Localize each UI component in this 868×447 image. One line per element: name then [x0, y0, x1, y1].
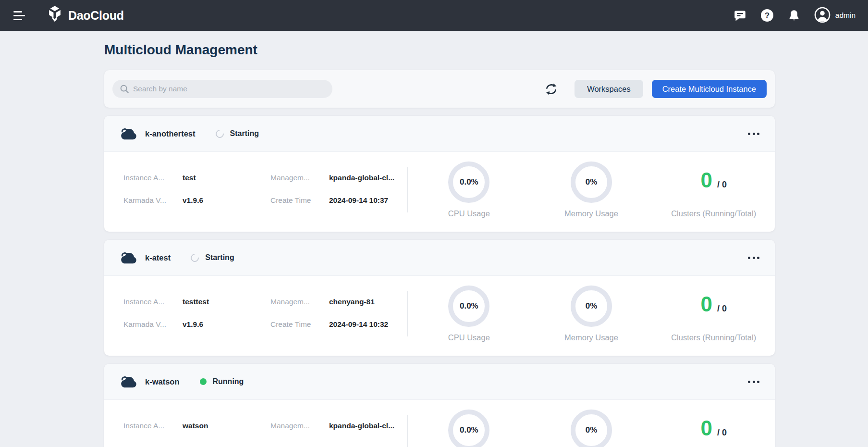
- field-label: Karmada V...: [123, 320, 183, 329]
- clusters-running-count: 0: [700, 418, 712, 439]
- clusters-running-count: 0: [700, 170, 712, 191]
- toolbar-panel: Workspaces Create Multicloud Instance: [104, 70, 775, 108]
- search-box: [112, 80, 332, 98]
- memory-usage-donut: 0%: [571, 286, 612, 327]
- starting-spinner-icon: [214, 128, 225, 139]
- instance-fields: Instance A... test Managem... kpanda-glo…: [123, 152, 407, 218]
- memory-usage-label: Memory Usage: [564, 333, 618, 342]
- memory-usage-metric: 0% Memory Usage: [530, 400, 653, 447]
- field-value: 2024-09-14 10:37: [329, 196, 407, 205]
- status-indicator: Running: [200, 377, 244, 386]
- chat-icon[interactable]: [734, 9, 746, 22]
- instance-card-body: Instance A... test Managem... kpanda-glo…: [104, 152, 775, 232]
- instance-card-header: k-watson Running: [104, 364, 775, 400]
- field-label: Instance A...: [123, 174, 183, 182]
- daocloud-logo: DaoCloud: [47, 5, 124, 25]
- brand-name: DaoCloud: [68, 9, 124, 23]
- field-label: Create Time: [270, 320, 329, 329]
- instance-card-header: k-anothertest Starting: [104, 116, 775, 152]
- clusters-total-count: / 0: [717, 304, 727, 314]
- memory-usage-metric: 0% Memory Usage: [530, 152, 653, 218]
- page-title: Multicloud Management: [104, 42, 775, 58]
- field-label: Karmada V...: [123, 196, 183, 205]
- field-value: kpanda-global-cl...: [329, 174, 407, 182]
- field-value: test: [183, 174, 270, 182]
- clusters-metric: 0 / 0 Clusters (Running/Total): [652, 152, 775, 218]
- avatar: [814, 7, 831, 25]
- clusters-metric: 0 / 0 Clusters (Running/Total): [652, 400, 775, 447]
- search-icon: [119, 84, 130, 96]
- field-label: Managem...: [270, 298, 329, 306]
- field-label: Instance A...: [123, 422, 183, 430]
- cpu-usage-metric: 0.0% CPU Usage: [408, 276, 530, 342]
- clusters-label: Clusters (Running/Total): [671, 333, 756, 342]
- cpu-usage-metric: 0.0% CPU Usage: [408, 152, 530, 218]
- field-label: Managem...: [270, 422, 329, 430]
- daocloud-cube-icon: [47, 5, 63, 25]
- clusters-metric: 0 / 0 Clusters (Running/Total): [652, 276, 775, 342]
- toolbar-actions: Workspaces Create Multicloud Instance: [543, 80, 767, 98]
- clusters-total-count: / 0: [717, 180, 727, 190]
- cpu-usage-donut: 0.0%: [448, 410, 489, 447]
- cloud-icon: [119, 125, 138, 142]
- main-content: Multicloud Management Workspaces Create: [104, 42, 775, 447]
- instance-card-header: k-atest Starting: [104, 240, 775, 276]
- username: admin: [835, 11, 856, 20]
- field-value: chenyang-81: [329, 298, 407, 306]
- clusters-label: Clusters (Running/Total): [671, 209, 756, 218]
- bell-icon[interactable]: [788, 9, 800, 22]
- instance-card: k-anothertest Starting Instance A... tes…: [104, 116, 775, 232]
- instance-card: k-watson Running Instance A... watson Ma…: [104, 364, 775, 447]
- instance-metrics: 0.0% CPU Usage 0% Memory Usage 0 / 0 Clu…: [408, 276, 775, 342]
- starting-spinner-icon: [189, 252, 201, 263]
- svg-text:?: ?: [765, 11, 770, 20]
- field-value: testtest: [183, 298, 270, 306]
- create-multicloud-instance-button[interactable]: Create Multicloud Instance: [652, 80, 767, 98]
- field-label: Instance A...: [123, 298, 183, 306]
- cpu-usage-metric: 0.0% CPU Usage: [408, 400, 530, 447]
- clusters-running-count: 0: [700, 294, 712, 315]
- field-value: v1.9.6: [183, 196, 270, 205]
- instance-card-list: k-anothertest Starting Instance A... tes…: [104, 116, 775, 447]
- refresh-icon[interactable]: [543, 81, 559, 97]
- search-input[interactable]: [112, 80, 332, 98]
- instance-fields: Instance A... watson Managem... kpanda-g…: [123, 400, 407, 447]
- status-indicator: Starting: [191, 253, 234, 262]
- help-icon[interactable]: ?: [760, 9, 774, 22]
- memory-usage-label: Memory Usage: [564, 209, 618, 218]
- status-label: Starting: [205, 253, 234, 262]
- instance-card-body: Instance A... testtest Managem... chenya…: [104, 276, 775, 356]
- status-indicator: Starting: [216, 129, 259, 138]
- memory-usage-donut: 0%: [571, 161, 612, 203]
- cpu-usage-donut: 0.0%: [448, 161, 489, 203]
- cloud-icon: [119, 373, 138, 390]
- cpu-usage-label: CPU Usage: [448, 333, 490, 342]
- card-actions-menu-icon[interactable]: [746, 129, 761, 139]
- instance-name: k-watson: [145, 377, 180, 386]
- status-label: Running: [213, 377, 244, 386]
- field-value: 2024-09-14 10:32: [329, 320, 407, 329]
- cloud-icon: [119, 249, 138, 266]
- field-value: v1.9.6: [183, 320, 270, 329]
- field-label: Managem...: [270, 174, 329, 182]
- topbar-actions: ? admin: [734, 7, 856, 25]
- instance-card-body: Instance A... watson Managem... kpanda-g…: [104, 400, 775, 447]
- workspaces-button[interactable]: Workspaces: [575, 80, 643, 98]
- running-dot-icon: [200, 378, 207, 385]
- user-menu[interactable]: admin: [814, 7, 856, 25]
- clusters-total-count: / 0: [717, 428, 727, 438]
- memory-usage-metric: 0% Memory Usage: [530, 276, 653, 342]
- memory-usage-donut: 0%: [571, 410, 612, 447]
- field-value: kpanda-global-cl...: [329, 422, 407, 430]
- top-navigation-bar: DaoCloud ?: [0, 0, 868, 31]
- field-label: Create Time: [270, 196, 329, 205]
- cpu-usage-donut: 0.0%: [448, 286, 489, 327]
- instance-name: k-anothertest: [145, 129, 196, 138]
- field-value: watson: [183, 422, 270, 430]
- menu-toggle-icon[interactable]: [12, 9, 26, 22]
- card-actions-menu-icon[interactable]: [746, 377, 761, 387]
- cpu-usage-label: CPU Usage: [448, 209, 490, 218]
- card-actions-menu-icon[interactable]: [746, 253, 761, 263]
- instance-fields: Instance A... testtest Managem... chenya…: [123, 276, 407, 342]
- instance-name: k-atest: [145, 253, 171, 262]
